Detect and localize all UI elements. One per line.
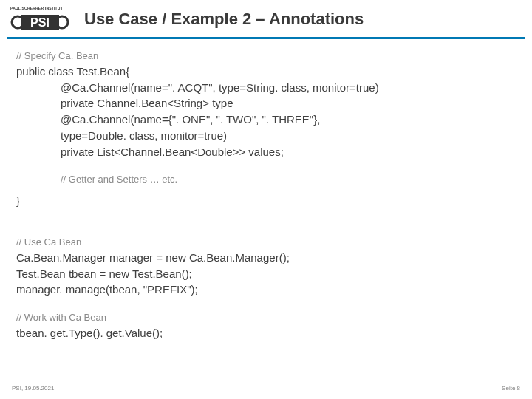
code-class-close: } [16, 193, 516, 209]
code-tbean: Test.Bean tbean = new Test.Bean(); [16, 266, 516, 282]
code-getvalue: tbean. get.Type(). get.Value(); [16, 325, 516, 341]
logo-mark: PSI [10, 12, 69, 33]
logo-institute-name: PAUL SCHERRER INSTITUT [10, 6, 63, 10]
slide-footer: PSI, 19.05.2021 Seite 8 [12, 385, 520, 392]
footer-right: Seite 8 [502, 385, 520, 392]
psi-logo-icon: PSI [10, 12, 69, 33]
code-field-1: private Channel.Bean<String> type [16, 95, 516, 112]
code-class-decl: public class Test.Bean{ [16, 64, 516, 80]
slide-title: Use Case / Example 2 – Annotations [84, 10, 364, 29]
svg-text:PSI: PSI [30, 16, 50, 29]
footer-left: PSI, 19.05.2021 [12, 385, 54, 392]
code-annotation-2b: type=Double. class, monitor=true) [16, 128, 516, 144]
slide-content: // Specify Ca. Bean public class Test.Be… [0, 39, 532, 341]
code-annotation-2: @Ca.Channel(name={". ONE", ". TWO", ". T… [16, 112, 516, 128]
code-field-2: private List<Channel.Bean<Double>> value… [16, 144, 516, 160]
code-manage-call: manager. manage(tbean, "PREFIX"); [16, 282, 516, 298]
comment-specify: // Specify Ca. Bean [16, 50, 516, 64]
code-annotation-1: @Ca.Channel(name=". ACQT", type=String. … [16, 80, 516, 96]
comment-use: // Use Ca Bean [16, 236, 516, 250]
code-manager: Ca.Bean.Manager manager = new Ca.Bean.Ma… [16, 250, 516, 266]
comment-work: // Work with Ca Bean [16, 311, 516, 325]
comment-getter-setter: // Getter and Setters … etc. [16, 173, 516, 187]
slide-header: PAUL SCHERRER INSTITUT PSI Use Case / Ex… [0, 0, 532, 33]
psi-logo: PAUL SCHERRER INSTITUT PSI [10, 6, 72, 33]
